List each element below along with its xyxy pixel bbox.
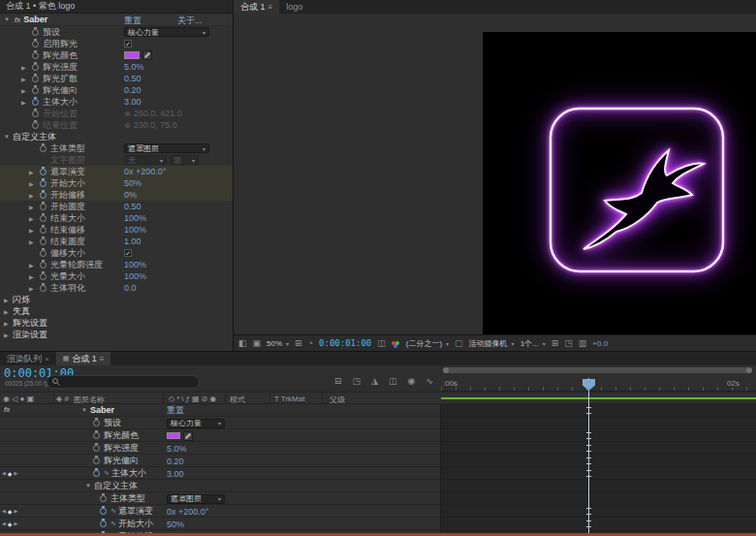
stopwatch-icon[interactable] bbox=[32, 110, 39, 117]
expand-arrow-icon[interactable]: ▼ bbox=[4, 16, 13, 22]
panel-menu-icon[interactable]: ≡ bbox=[100, 355, 105, 363]
param-value[interactable]: 0.0 bbox=[124, 283, 137, 293]
param-value[interactable]: 0x +200.0° bbox=[124, 167, 166, 176]
view-layout-select[interactable]: 1个...▾ bbox=[520, 338, 546, 349]
expand-arrow-icon[interactable]: ▼ bbox=[4, 134, 13, 140]
tab-render-queue[interactable]: 渲染队列 × bbox=[0, 352, 56, 365]
stopwatch-icon[interactable] bbox=[93, 420, 100, 426]
timeline-track[interactable] bbox=[441, 404, 756, 417]
stopwatch-icon[interactable] bbox=[40, 192, 47, 199]
effect-row[interactable]: ▶开始偏移0% bbox=[0, 189, 233, 201]
timeline-track[interactable] bbox=[441, 429, 756, 442]
dropdown[interactable]: 源▾ bbox=[170, 155, 199, 165]
stopwatch-icon[interactable] bbox=[32, 41, 39, 47]
timeline-row[interactable]: 辉光颜色 bbox=[0, 429, 756, 442]
time-navigator-bar[interactable] bbox=[443, 367, 752, 373]
effect-row[interactable]: ▶渲染设置 bbox=[0, 329, 233, 340]
param-value[interactable]: 100% bbox=[124, 260, 146, 269]
search-input[interactable] bbox=[63, 377, 194, 388]
keyframe-prev-icon[interactable]: ◀ bbox=[2, 470, 6, 476]
timeline-search-box[interactable] bbox=[47, 375, 200, 389]
graph-icon[interactable]: ∿ bbox=[110, 507, 116, 515]
timeline-row[interactable]: ◀◆▶∿遮罩演变0x +200.0° bbox=[0, 505, 756, 518]
expand-arrow-icon[interactable]: ▶ bbox=[4, 297, 13, 303]
param-value[interactable]: 5.0% bbox=[167, 444, 187, 454]
dropdown[interactable]: 核心力量▾ bbox=[124, 27, 209, 37]
stopwatch-icon[interactable] bbox=[32, 76, 39, 82]
effect-row[interactable]: ▶结束大小100% bbox=[0, 212, 233, 224]
expand-arrow-icon[interactable]: ▶ bbox=[4, 308, 13, 315]
effect-row[interactable]: ▶光量大小100% bbox=[0, 270, 233, 282]
param-value[interactable]: 3.00 bbox=[124, 97, 142, 107]
graph-icon[interactable]: ∿ bbox=[110, 520, 116, 527]
reset-link[interactable]: 重置 bbox=[167, 404, 184, 417]
stopwatch-icon[interactable] bbox=[40, 204, 47, 210]
expand-arrow-icon[interactable]: ▶ bbox=[21, 87, 30, 94]
timeline-jump-icon[interactable]: ◳ bbox=[564, 338, 573, 348]
effect-controls-tab[interactable]: 合成 1 • 紫色 logo bbox=[0, 0, 233, 14]
param-value[interactable]: 50% bbox=[124, 178, 142, 188]
keyframe-next-icon[interactable]: ▶ bbox=[14, 508, 17, 514]
expand-arrow-icon[interactable]: ▼ bbox=[85, 483, 94, 489]
expand-arrow-icon[interactable]: ▶ bbox=[29, 238, 38, 245]
stopwatch-icon[interactable] bbox=[100, 520, 107, 527]
close-icon[interactable]: × bbox=[45, 355, 49, 363]
flowchart-icon[interactable]: ▥ bbox=[579, 338, 587, 348]
expand-arrow-icon[interactable]: ▶ bbox=[29, 192, 38, 199]
effect-row[interactable]: 文字图层无▾源▾ bbox=[0, 154, 233, 166]
grid-guides-icon[interactable]: ⊞ bbox=[551, 338, 559, 348]
stopwatch-icon[interactable] bbox=[100, 508, 107, 515]
keyframe-diamond-icon[interactable]: ◆ bbox=[8, 470, 13, 477]
stopwatch-icon[interactable] bbox=[40, 273, 47, 280]
stopwatch-icon[interactable] bbox=[40, 215, 47, 222]
effect-header-row[interactable]: ▼ fx Saber 重置 关于... bbox=[0, 14, 233, 26]
column-trkmat[interactable]: T TrkMat bbox=[274, 394, 304, 403]
pixel-aspect-icon[interactable]: ▣ bbox=[253, 338, 262, 348]
expand-arrow-icon[interactable]: ▶ bbox=[21, 64, 30, 71]
expand-arrow-icon[interactable]: ▶ bbox=[29, 180, 38, 187]
timeline-track[interactable] bbox=[441, 417, 756, 429]
stopwatch-icon[interactable] bbox=[40, 227, 47, 234]
timeline-track[interactable] bbox=[441, 442, 756, 455]
color-swatch[interactable] bbox=[167, 432, 180, 439]
timeline-track[interactable] bbox=[441, 492, 756, 505]
crosshair-icon[interactable]: ⊕ bbox=[124, 121, 131, 130]
keyframe-diamond-icon[interactable]: ◆ bbox=[8, 520, 13, 527]
effect-row[interactable]: ▶闪烁 bbox=[0, 294, 233, 305]
dropdown[interactable]: 核心力量▾ bbox=[167, 419, 225, 428]
keyframe-prev-icon[interactable]: ◀ bbox=[2, 508, 6, 514]
timeline-row[interactable]: 辉光强度5.0% bbox=[0, 442, 756, 455]
param-value[interactable]: 230.0, 75.0 bbox=[134, 120, 177, 130]
comp-canvas[interactable] bbox=[483, 32, 756, 334]
effect-row[interactable]: ▶结束偏移100% bbox=[0, 224, 233, 236]
playhead-line[interactable] bbox=[588, 378, 589, 533]
eyedropper-icon[interactable] bbox=[183, 431, 193, 441]
effect-row[interactable]: 偏移大小✓ bbox=[0, 247, 233, 259]
param-value[interactable]: 3.00 bbox=[167, 469, 184, 479]
expand-arrow-icon[interactable]: ▶ bbox=[29, 262, 38, 268]
stopwatch-icon[interactable] bbox=[93, 445, 100, 452]
expand-arrow-icon[interactable]: ▶ bbox=[29, 204, 38, 210]
stopwatch-icon[interactable] bbox=[32, 52, 39, 59]
viewer-timecode[interactable]: 0:00:01:00 bbox=[319, 338, 371, 348]
stopwatch-icon[interactable] bbox=[32, 99, 39, 106]
expand-arrow-icon[interactable]: ▶ bbox=[29, 169, 38, 175]
mask-visibility-icon[interactable]: ◔ bbox=[308, 338, 313, 348]
keyframe-next-icon[interactable]: ▶ bbox=[14, 520, 17, 526]
graph-icon[interactable]: ∿ bbox=[104, 469, 110, 477]
time-ruler[interactable]: :00s 02s bbox=[441, 378, 756, 392]
stopwatch-icon[interactable] bbox=[93, 457, 100, 464]
effect-row[interactable]: 主体类型遮罩图层▾ bbox=[0, 142, 233, 154]
effect-row[interactable]: ▶失真 bbox=[0, 305, 233, 317]
effect-row[interactable]: ▶主体大小3.00 bbox=[0, 96, 233, 108]
param-value[interactable]: 50% bbox=[167, 520, 184, 529]
expand-arrow-icon[interactable]: ▶ bbox=[29, 285, 38, 292]
timeline-row[interactable]: ◀◆▶∿开始大小50% bbox=[0, 518, 756, 530]
keyframe-prev-icon[interactable]: ◀ bbox=[2, 520, 6, 526]
stopwatch-icon[interactable] bbox=[32, 64, 39, 71]
checkbox[interactable]: ✓ bbox=[124, 249, 132, 257]
param-value[interactable]: 0.20 bbox=[167, 457, 184, 466]
param-value[interactable]: 0.50 bbox=[124, 74, 142, 83]
tab-logo[interactable]: logo bbox=[279, 0, 309, 14]
keyframe-diamond-icon[interactable]: ◆ bbox=[8, 508, 13, 515]
